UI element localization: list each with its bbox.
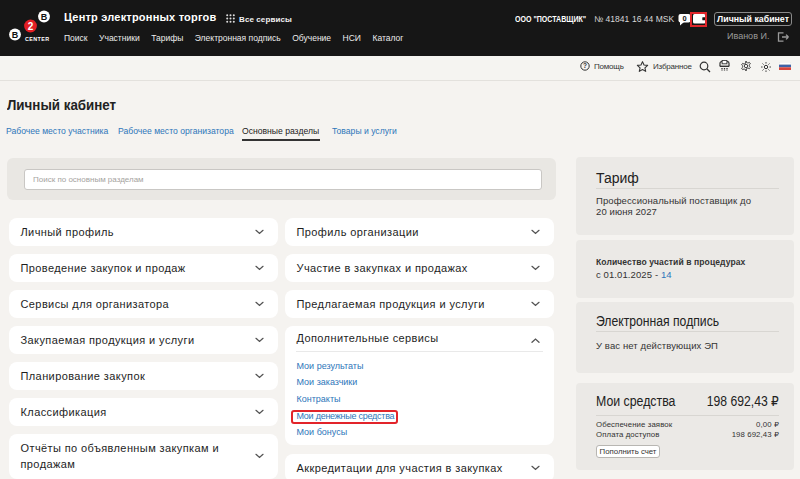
svg-text:B: B (41, 12, 48, 22)
svg-text:?: ? (583, 62, 587, 69)
svg-text:2: 2 (28, 21, 34, 32)
svg-text:0: 0 (682, 14, 686, 23)
svg-text:B: B (12, 30, 19, 40)
svg-text:CENTER: CENTER (25, 36, 50, 42)
